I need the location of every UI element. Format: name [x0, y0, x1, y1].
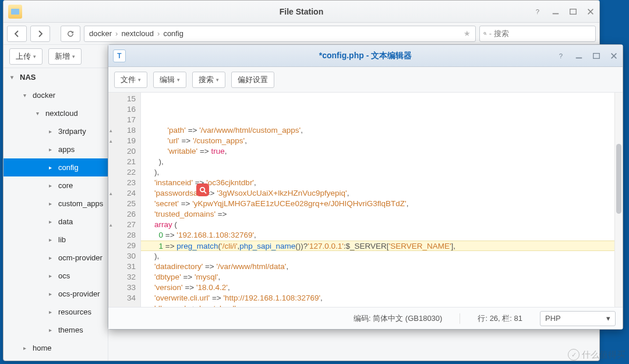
fs-title: File Station: [3, 7, 599, 16]
line-gutter: 15161718▴19▴2021222324▴252627▴2829303132…: [108, 93, 141, 307]
back-button[interactable]: [7, 26, 27, 42]
tree-item[interactable]: ▸config: [3, 158, 108, 176]
help-icon[interactable]: ?: [533, 6, 543, 17]
fs-titlebar[interactable]: File Station ?: [3, 1, 599, 23]
svg-rect-1: [553, 13, 559, 15]
encoding-value: 简体中文 (GB18030): [373, 314, 442, 323]
te-toolbar: 文件▾ 编辑▾ 搜索▾ 偏好设置: [108, 67, 623, 93]
reload-button[interactable]: [61, 26, 80, 42]
breadcrumb-seg[interactable]: nextcloud: [121, 29, 154, 38]
tree-item[interactable]: ▸core: [3, 176, 108, 195]
fs-toolbar: docker› nextcloud› config ★ -: [3, 23, 599, 45]
tree-item[interactable]: ▸data: [3, 213, 108, 231]
folder-tree: ▾NAS ▾docker▾nextcloud▸3rdparty▸apps▸con…: [3, 68, 108, 357]
svg-text:?: ?: [559, 52, 563, 59]
maximize-icon[interactable]: [568, 6, 578, 17]
tree-item[interactable]: ▸resources: [3, 303, 108, 321]
tree-item[interactable]: ▸lib: [3, 231, 108, 249]
forward-button[interactable]: [30, 26, 50, 42]
preferences-button[interactable]: 偏好设置: [231, 72, 274, 88]
breadcrumb[interactable]: docker› nextcloud› config ★: [84, 26, 476, 42]
tree-item[interactable]: ▸apps: [3, 140, 108, 158]
help-icon[interactable]: ?: [556, 51, 567, 61]
file-menu-button[interactable]: 文件▾: [114, 72, 147, 88]
folder-icon: [8, 5, 22, 19]
vertical-scrollbar[interactable]: [614, 93, 623, 307]
tree-item[interactable]: ▸ocs-provider: [3, 285, 108, 303]
svg-point-3: [484, 32, 486, 34]
svg-text:?: ?: [536, 8, 539, 15]
breadcrumb-seg[interactable]: config: [163, 29, 183, 38]
svg-rect-5: [576, 58, 582, 59]
code-editor[interactable]: 15161718▴19▴2021222324▴252627▴2829303132…: [108, 93, 623, 307]
te-title: *config.php - 文本编辑器: [108, 51, 623, 61]
language-select[interactable]: PHP▾: [540, 311, 616, 326]
search-input[interactable]: [494, 29, 592, 38]
search-menu-button[interactable]: 搜索▾: [192, 72, 225, 88]
tree-item[interactable]: ▸themes: [3, 321, 108, 339]
sidebar: 上传▾ 新增▾ ▾NAS ▾docker▾nextcloud▸3rdparty▸…: [3, 45, 108, 361]
tree-item[interactable]: ▾docker: [3, 86, 108, 104]
minimize-icon[interactable]: [550, 6, 561, 17]
minimize-icon[interactable]: [574, 51, 584, 61]
text-editor-icon: [113, 50, 126, 62]
favorite-icon[interactable]: ★: [464, 29, 471, 38]
tree-item[interactable]: ▸custom_apps: [3, 195, 108, 213]
status-bar: 编码: 简体中文 (GB18030) 行: 26, 栏: 81 PHP▾: [108, 307, 623, 329]
search-box[interactable]: -: [479, 26, 596, 42]
close-icon[interactable]: [609, 51, 619, 61]
cursor-position: 行: 26, 栏: 81: [478, 313, 522, 324]
tree-item[interactable]: ▸ocs: [3, 267, 108, 285]
te-titlebar[interactable]: *config.php - 文本编辑器 ?: [108, 45, 623, 67]
close-icon[interactable]: [585, 6, 596, 17]
tree-item[interactable]: ▸home: [3, 339, 108, 357]
svg-point-7: [200, 187, 204, 191]
svg-rect-6: [593, 54, 600, 59]
tree-item[interactable]: ▸3rdparty: [3, 122, 108, 140]
svg-rect-2: [570, 9, 577, 15]
tree-root[interactable]: ▾NAS: [3, 68, 108, 86]
scrollbar-thumb[interactable]: [616, 144, 621, 214]
code-area[interactable]: 'path' => '/var/www/html/custom_apps', '…: [141, 93, 623, 307]
tree-item[interactable]: ▾nextcloud: [3, 104, 108, 122]
upload-button[interactable]: 上传▾: [9, 48, 43, 65]
maximize-icon[interactable]: [591, 51, 602, 61]
text-editor-window: *config.php - 文本编辑器 ? 文件▾ 编辑▾ 搜索▾ 偏好设置 1…: [108, 44, 623, 330]
tree-item[interactable]: ▸ocm-provider: [3, 249, 108, 267]
magnifier-icon: [196, 183, 209, 196]
search-icon: [483, 30, 487, 37]
encoding-label: 编码:: [354, 314, 371, 323]
breadcrumb-seg[interactable]: docker: [89, 29, 112, 38]
edit-menu-button[interactable]: 编辑▾: [153, 72, 186, 88]
new-button[interactable]: 新增▾: [48, 48, 82, 65]
